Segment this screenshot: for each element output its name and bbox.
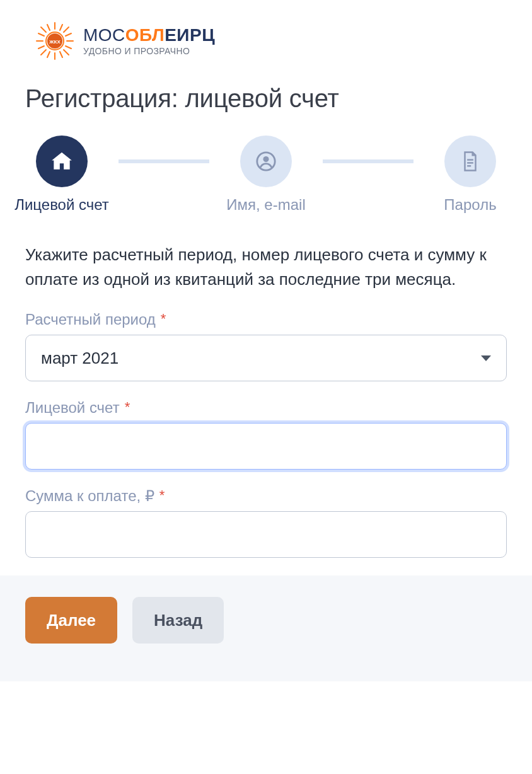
chevron-down-icon	[481, 355, 491, 361]
footer: Далее Назад	[0, 575, 532, 681]
field-amount: Сумма к оплате, ₽ *	[25, 487, 507, 558]
logo[interactable]: ЖКХ МОСОБЛЕИРЦ УДОБНО И ПРОЗРАЧНО	[35, 21, 215, 61]
step-line	[323, 159, 413, 163]
account-input[interactable]	[41, 424, 491, 469]
account-input-wrap	[25, 423, 507, 470]
user-icon	[240, 136, 292, 187]
svg-line-5	[41, 27, 46, 32]
logo-text: МОСОБЛЕИРЦ УДОБНО И ПРОЗРАЧНО	[83, 26, 215, 56]
header: ЖКХ МОСОБЛЕИРЦ УДОБНО И ПРОЗРАЧНО	[0, 0, 532, 69]
period-label: Расчетный период	[25, 311, 156, 328]
period-select[interactable]: март 2021	[25, 335, 507, 381]
logo-sun-icon: ЖКХ	[35, 21, 74, 61]
svg-line-14	[66, 46, 71, 49]
period-selected-value: март 2021	[41, 349, 119, 368]
svg-line-16	[60, 52, 62, 57]
step-name-email-label: Имя, e-mail	[226, 196, 305, 214]
stepper: Лицевой счет Имя, e-mail Пароль	[5, 136, 527, 214]
svg-line-10	[60, 25, 62, 30]
svg-line-12	[38, 46, 44, 49]
field-period: Расчетный период * март 2021	[25, 311, 507, 381]
amount-input[interactable]	[41, 512, 491, 557]
logo-brand-accent: ОБЛ	[125, 25, 165, 45]
step-password[interactable]: Пароль	[413, 136, 527, 214]
svg-point-20	[263, 156, 269, 162]
required-mark: *	[125, 400, 130, 414]
field-account: Лицевой счет *	[25, 399, 507, 470]
svg-line-7	[64, 27, 69, 32]
svg-text:ЖКХ: ЖКХ	[49, 39, 61, 45]
svg-line-11	[38, 33, 44, 36]
next-button[interactable]: Далее	[25, 597, 117, 644]
svg-line-6	[64, 50, 69, 55]
document-icon	[444, 136, 496, 187]
home-icon	[36, 136, 88, 187]
logo-brand-part1: МОС	[83, 25, 125, 45]
amount-label: Сумма к оплате, ₽	[25, 487, 154, 505]
step-password-label: Пароль	[444, 196, 496, 214]
logo-brand-part2: ЕИРЦ	[165, 25, 215, 45]
required-mark: *	[161, 312, 166, 326]
instructions-text: Укажите расчетный период, номер лицевого…	[25, 243, 507, 292]
step-name-email[interactable]: Имя, e-mail	[209, 136, 323, 214]
logo-subtitle: УДОБНО И ПРОЗРАЧНО	[83, 47, 215, 56]
svg-line-8	[41, 50, 46, 55]
amount-input-wrap	[25, 511, 507, 558]
step-account[interactable]: Лицевой счет	[5, 136, 119, 214]
required-mark: *	[159, 488, 165, 502]
account-label: Лицевой счет	[25, 399, 120, 417]
step-account-label: Лицевой счет	[14, 196, 109, 214]
svg-line-9	[47, 25, 50, 30]
back-button[interactable]: Назад	[132, 597, 224, 644]
page-title: Регистрация: лицевой счет	[25, 84, 507, 113]
svg-line-15	[47, 52, 50, 57]
step-line	[119, 159, 209, 163]
svg-line-13	[66, 33, 71, 36]
